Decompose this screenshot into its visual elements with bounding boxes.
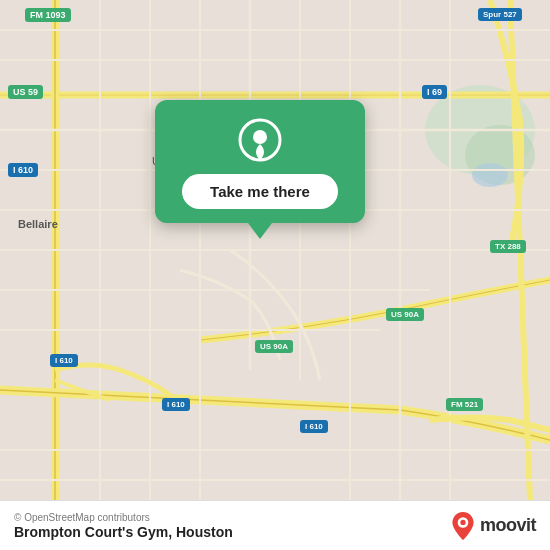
badge-spur527: Spur 527 <box>478 8 522 21</box>
location-pin-icon <box>238 118 282 162</box>
moovit-text: moovit <box>480 515 536 536</box>
place-name: Brompton Court's Gym, Houston <box>14 524 233 540</box>
badge-i610-3: I 610 <box>162 398 190 411</box>
svg-point-3 <box>472 163 508 187</box>
osm-attribution: © OpenStreetMap contributors <box>14 512 233 523</box>
badge-fm1093: FM 1093 <box>25 8 71 22</box>
badge-i610-4: I 610 <box>300 420 328 433</box>
badge-us90a-1: US 90A <box>386 308 424 321</box>
bottom-bar-info: © OpenStreetMap contributors Brompton Co… <box>14 512 233 540</box>
svg-point-28 <box>253 130 267 144</box>
take-me-there-button[interactable]: Take me there <box>182 174 338 209</box>
bellaire-label: Bellaire <box>18 218 58 230</box>
svg-point-30 <box>460 519 465 524</box>
popup-card: Take me there <box>155 100 365 223</box>
map-container: FM 1093 Spur 527 US 59 I 610 I 69 Bellai… <box>0 0 550 500</box>
badge-tx288: TX 288 <box>490 240 526 253</box>
badge-i69: I 69 <box>422 85 447 99</box>
badge-i610-left: I 610 <box>8 163 38 177</box>
moovit-logo: moovit <box>450 511 536 541</box>
moovit-pin-icon <box>450 511 476 541</box>
bottom-bar: © OpenStreetMap contributors Brompton Co… <box>0 500 550 550</box>
badge-us90a-2: US 90A <box>255 340 293 353</box>
map-svg <box>0 0 550 500</box>
badge-us59: US 59 <box>8 85 43 99</box>
badge-fm521: FM 521 <box>446 398 483 411</box>
badge-i610-2: I 610 <box>50 354 78 367</box>
